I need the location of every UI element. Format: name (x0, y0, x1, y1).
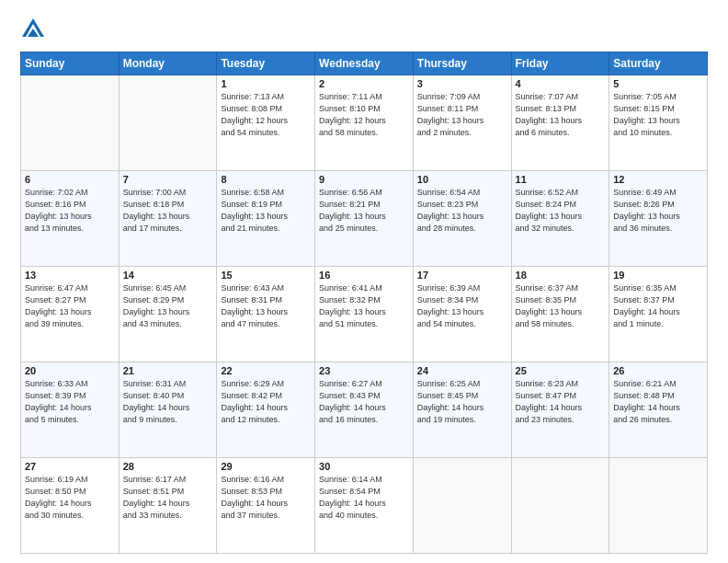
calendar-header-tuesday: Tuesday (217, 52, 315, 75)
calendar-cell: 28Sunrise: 6:17 AMSunset: 8:51 PMDayligh… (119, 458, 217, 554)
calendar-cell: 7Sunrise: 7:00 AMSunset: 8:18 PMDaylight… (119, 171, 217, 267)
calendar-cell: 18Sunrise: 6:37 AMSunset: 8:35 PMDayligh… (511, 267, 609, 362)
day-info: Sunrise: 7:13 AMSunset: 8:08 PMDaylight:… (221, 91, 311, 139)
calendar-cell: 24Sunrise: 6:25 AMSunset: 8:45 PMDayligh… (413, 362, 511, 458)
calendar-cell: 17Sunrise: 6:39 AMSunset: 8:34 PMDayligh… (413, 267, 511, 362)
day-info: Sunrise: 6:47 AMSunset: 8:27 PMDaylight:… (25, 282, 115, 330)
calendar-cell: 23Sunrise: 6:27 AMSunset: 8:43 PMDayligh… (315, 362, 414, 458)
day-info: Sunrise: 6:14 AMSunset: 8:54 PMDaylight:… (319, 474, 409, 522)
day-info: Sunrise: 6:49 AMSunset: 8:26 PMDaylight:… (613, 187, 703, 235)
day-number: 10 (417, 174, 507, 185)
day-number: 9 (319, 174, 409, 185)
day-info: Sunrise: 7:05 AMSunset: 8:15 PMDaylight:… (613, 91, 703, 139)
day-info: Sunrise: 6:52 AMSunset: 8:24 PMDaylight:… (516, 187, 606, 235)
day-number: 23 (319, 365, 409, 376)
day-number: 16 (319, 270, 409, 281)
day-number: 30 (319, 461, 409, 472)
logo-icon (20, 17, 46, 42)
calendar-cell: 6Sunrise: 7:02 AMSunset: 8:16 PMDaylight… (21, 171, 119, 267)
day-number: 25 (516, 365, 606, 376)
day-info: Sunrise: 6:23 AMSunset: 8:47 PMDaylight:… (516, 378, 606, 426)
day-info: Sunrise: 7:07 AMSunset: 8:13 PMDaylight:… (516, 91, 606, 139)
calendar-header-saturday: Saturday (609, 52, 708, 75)
calendar-week-row: 6Sunrise: 7:02 AMSunset: 8:16 PMDaylight… (21, 171, 708, 267)
day-number: 21 (123, 365, 213, 376)
day-info: Sunrise: 6:41 AMSunset: 8:32 PMDaylight:… (319, 282, 409, 330)
day-number: 17 (417, 270, 507, 281)
day-info: Sunrise: 6:56 AMSunset: 8:21 PMDaylight:… (319, 187, 409, 235)
day-number: 4 (516, 78, 606, 89)
day-number: 13 (25, 270, 115, 281)
day-number: 27 (25, 461, 115, 472)
calendar-cell: 15Sunrise: 6:43 AMSunset: 8:31 PMDayligh… (217, 267, 315, 362)
day-number: 14 (123, 270, 213, 281)
calendar-week-row: 1Sunrise: 7:13 AMSunset: 8:08 PMDaylight… (21, 75, 708, 171)
day-info: Sunrise: 7:11 AMSunset: 8:10 PMDaylight:… (319, 91, 409, 139)
calendar-cell: 14Sunrise: 6:45 AMSunset: 8:29 PMDayligh… (119, 267, 217, 362)
day-number: 26 (613, 365, 703, 376)
day-number: 8 (221, 174, 311, 185)
day-info: Sunrise: 6:16 AMSunset: 8:53 PMDaylight:… (221, 474, 311, 522)
day-number: 6 (25, 174, 115, 185)
day-number: 11 (516, 174, 606, 185)
day-number: 7 (123, 174, 213, 185)
day-info: Sunrise: 7:09 AMSunset: 8:11 PMDaylight:… (417, 91, 507, 139)
calendar-week-row: 27Sunrise: 6:19 AMSunset: 8:50 PMDayligh… (21, 458, 708, 554)
day-number: 20 (25, 365, 115, 376)
calendar-cell: 3Sunrise: 7:09 AMSunset: 8:11 PMDaylight… (413, 75, 511, 171)
calendar-header-sunday: Sunday (21, 52, 119, 75)
day-info: Sunrise: 6:58 AMSunset: 8:19 PMDaylight:… (221, 187, 311, 235)
calendar-table: SundayMondayTuesdayWednesdayThursdayFrid… (20, 52, 708, 554)
calendar-cell: 20Sunrise: 6:33 AMSunset: 8:39 PMDayligh… (21, 362, 119, 458)
day-number: 3 (417, 78, 507, 89)
calendar-cell: 13Sunrise: 6:47 AMSunset: 8:27 PMDayligh… (21, 267, 119, 362)
calendar-cell: 5Sunrise: 7:05 AMSunset: 8:15 PMDaylight… (609, 75, 708, 171)
calendar-header-monday: Monday (119, 52, 217, 75)
calendar-cell: 2Sunrise: 7:11 AMSunset: 8:10 PMDaylight… (315, 75, 414, 171)
calendar-cell: 10Sunrise: 6:54 AMSunset: 8:23 PMDayligh… (413, 171, 511, 267)
calendar-cell: 26Sunrise: 6:21 AMSunset: 8:48 PMDayligh… (609, 362, 708, 458)
calendar-cell: 19Sunrise: 6:35 AMSunset: 8:37 PMDayligh… (609, 267, 708, 362)
calendar-cell: 16Sunrise: 6:41 AMSunset: 8:32 PMDayligh… (315, 267, 414, 362)
calendar-cell: 9Sunrise: 6:56 AMSunset: 8:21 PMDaylight… (315, 171, 414, 267)
calendar-cell: 8Sunrise: 6:58 AMSunset: 8:19 PMDaylight… (217, 171, 315, 267)
day-info: Sunrise: 6:35 AMSunset: 8:37 PMDaylight:… (613, 282, 703, 330)
day-info: Sunrise: 7:00 AMSunset: 8:18 PMDaylight:… (123, 187, 213, 235)
day-number: 1 (221, 78, 311, 89)
day-info: Sunrise: 6:21 AMSunset: 8:48 PMDaylight:… (613, 378, 703, 426)
calendar-cell: 1Sunrise: 7:13 AMSunset: 8:08 PMDaylight… (217, 75, 315, 171)
day-number: 5 (613, 78, 703, 89)
calendar-header-thursday: Thursday (413, 52, 511, 75)
calendar-week-row: 13Sunrise: 6:47 AMSunset: 8:27 PMDayligh… (21, 267, 708, 362)
calendar-cell: 22Sunrise: 6:29 AMSunset: 8:42 PMDayligh… (217, 362, 315, 458)
day-number: 22 (221, 365, 311, 376)
calendar-cell: 30Sunrise: 6:14 AMSunset: 8:54 PMDayligh… (315, 458, 414, 554)
day-number: 18 (516, 270, 606, 281)
page: SundayMondayTuesdayWednesdayThursdayFrid… (0, 0, 728, 563)
calendar-header-row: SundayMondayTuesdayWednesdayThursdayFrid… (21, 52, 708, 75)
calendar-cell: 25Sunrise: 6:23 AMSunset: 8:47 PMDayligh… (511, 362, 609, 458)
day-info: Sunrise: 6:25 AMSunset: 8:45 PMDaylight:… (417, 378, 507, 426)
day-info: Sunrise: 6:54 AMSunset: 8:23 PMDaylight:… (417, 187, 507, 235)
day-info: Sunrise: 6:31 AMSunset: 8:40 PMDaylight:… (123, 378, 213, 426)
calendar-cell (21, 75, 119, 171)
calendar-cell: 27Sunrise: 6:19 AMSunset: 8:50 PMDayligh… (21, 458, 119, 554)
day-number: 24 (417, 365, 507, 376)
day-info: Sunrise: 6:17 AMSunset: 8:51 PMDaylight:… (123, 474, 213, 522)
day-info: Sunrise: 6:33 AMSunset: 8:39 PMDaylight:… (25, 378, 115, 426)
calendar-cell (119, 75, 217, 171)
calendar-cell (413, 458, 511, 554)
day-info: Sunrise: 7:02 AMSunset: 8:16 PMDaylight:… (25, 187, 115, 235)
day-info: Sunrise: 6:45 AMSunset: 8:29 PMDaylight:… (123, 282, 213, 330)
day-info: Sunrise: 6:37 AMSunset: 8:35 PMDaylight:… (516, 282, 606, 330)
calendar-cell: 12Sunrise: 6:49 AMSunset: 8:26 PMDayligh… (609, 171, 708, 267)
calendar-cell (609, 458, 708, 554)
calendar-header-friday: Friday (511, 52, 609, 75)
calendar-week-row: 20Sunrise: 6:33 AMSunset: 8:39 PMDayligh… (21, 362, 708, 458)
calendar-cell: 21Sunrise: 6:31 AMSunset: 8:40 PMDayligh… (119, 362, 217, 458)
day-info: Sunrise: 6:39 AMSunset: 8:34 PMDaylight:… (417, 282, 507, 330)
day-number: 29 (221, 461, 311, 472)
day-info: Sunrise: 6:19 AMSunset: 8:50 PMDaylight:… (25, 474, 115, 522)
logo (20, 17, 48, 42)
day-number: 15 (221, 270, 311, 281)
